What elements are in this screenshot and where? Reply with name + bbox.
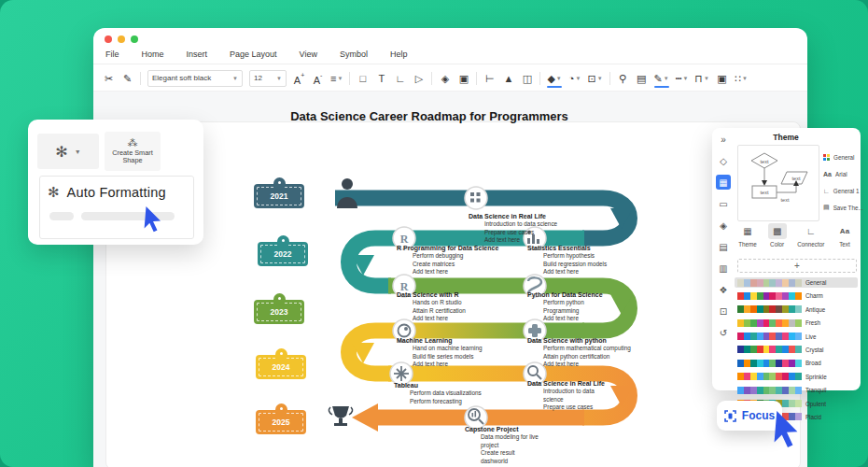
close-window-icon[interactable] [105,35,112,43]
font-size-select[interactable]: 12▼ [249,70,287,87]
menu-item-view[interactable]: View [300,50,317,59]
layers-icon[interactable]: ◈ [439,72,451,85]
tab-connector[interactable]: ∟Connector [797,223,824,248]
line-style-icon[interactable]: ┅▼ [676,72,689,85]
find-replace-icon[interactable]: ▤ [636,72,648,85]
note-icon[interactable]: ▥ [716,261,731,276]
maximize-window-icon[interactable] [131,35,138,43]
text-align-icon[interactable]: ≡▼ [330,72,343,85]
milestone-label[interactable]: Python for Data SciencePerform pythonPro… [527,290,639,323]
milestone-label[interactable]: TableauPerform data visualizationsPerfor… [394,381,506,405]
theme-preview-thumbnail[interactable]: text text text text [737,145,819,221]
minimize-window-icon[interactable] [118,35,125,43]
connector-icon[interactable]: ∟ [394,72,406,85]
palette-row-tranquil[interactable]: Tranquil [735,385,858,395]
milestone-label[interactable]: Machine LearningHand on machine learning… [397,336,509,369]
crop-icon[interactable]: ⊡▼ [587,72,602,85]
year-badge-2025[interactable]: 2025 [256,410,306,434]
color-swatch [769,333,776,340]
increase-font-icon[interactable]: A+ [293,69,305,87]
outline-icon[interactable]: ▤ [716,239,731,254]
milestone-label[interactable]: Data Science with pythonPerform mathemat… [527,336,639,369]
milestone-label[interactable]: Statistics EssentialsPerform hypothesisB… [527,244,639,276]
milestone-label[interactable]: R Programming for Data SciencePerform de… [397,244,509,276]
decrease-font-icon[interactable]: A- [312,69,324,87]
palette-row-crystal[interactable]: Crystal [735,345,858,355]
milestone-line: Add text here [413,361,509,369]
insert-frame-icon[interactable]: ▣ [457,72,469,85]
color-swatch [782,292,789,300]
chevron-down-icon: ▼ [704,72,709,85]
tab-text[interactable]: AaText [835,223,854,248]
format-painter-icon[interactable]: ✎ [121,72,133,85]
history-icon[interactable]: ↺ [716,325,731,340]
theme-info-row[interactable]: ∟General 1 [823,182,861,199]
palette-row-antique[interactable]: Antique [735,304,858,315]
menu-item-symbol[interactable]: Symbol [340,50,368,59]
milestone-label[interactable]: Data Science in Real LifeIntroduction to… [527,379,639,412]
distribute-icon[interactable]: ◫ [521,72,533,85]
color-swatch [789,346,795,353]
milestone-line: Programming [543,307,639,316]
color-tab-icon: ▩ [768,223,787,239]
palette-row-fresh[interactable]: Fresh [735,318,858,328]
color-swatch [795,305,802,313]
menu-item-insert[interactable]: Insert [187,50,208,59]
color-swatch [776,333,782,340]
tab-theme[interactable]: ▦Theme [738,223,757,248]
format-paint-icon[interactable]: ◇ [716,153,731,168]
menu-item-help[interactable]: Help [390,50,408,59]
menu-item-file[interactable]: File [105,50,119,59]
add-theme-button[interactable]: + [737,259,857,273]
palette-row-broad[interactable]: Broad [735,358,858,368]
tab-color[interactable]: ▩Color [768,223,787,248]
fill-color-icon[interactable]: ◆▼ [547,72,561,85]
year-badge-2023[interactable]: 2023 [254,300,304,324]
create-smart-shape-button[interactable]: ⁂ Create Smart Shape [105,132,161,171]
flip-icon[interactable]: ▲ [502,72,514,85]
background-icon[interactable]: ▭ [716,196,731,211]
collapse-chevrons-icon[interactable]: » [716,132,731,147]
auto-format-dropdown-button[interactable]: ✻ ▼ [37,134,99,169]
theme-info-row[interactable]: AaArial [823,165,861,182]
auto-formatting-menu-item[interactable]: ✻ Auto Formatting [39,176,194,239]
search-icon[interactable]: ⚲ [617,72,629,85]
palette-row-charm[interactable]: Charm [735,290,858,301]
line-color-icon[interactable]: ✎▼ [654,72,669,85]
palette-row-general[interactable]: General [735,277,858,288]
color-swatch [744,319,750,327]
font-family-select[interactable]: Elegant soft black▼ [147,70,243,87]
lock-icon[interactable]: ⊓▼ [694,72,709,85]
theme-info-row[interactable]: General [823,149,861,165]
milestone-label[interactable]: Data Science in Real LifeIntroduction to… [469,212,581,245]
theme-info-row[interactable]: ▤Save The... [823,199,861,216]
menu-item-home[interactable]: Home [142,50,164,59]
connection-points-icon[interactable]: ∷▼ [735,72,748,85]
year-badge-2021[interactable]: 2021 [254,184,304,208]
align-objects-icon[interactable]: ⊢ [483,72,496,85]
shape-rect-icon[interactable]: □ [357,72,369,85]
cut-icon[interactable]: ✂ [103,72,115,85]
palette-name: Opulent [805,401,826,407]
year-badge-2024[interactable]: 2024 [256,355,306,379]
expand-icon[interactable]: ❖ [716,282,731,297]
milestone-label[interactable]: Data Science with RHands on R studioAtta… [397,290,509,323]
color-swatch [737,292,744,300]
year-badge-2022[interactable]: 2022 [258,242,308,266]
window-titlebar [93,28,807,43]
text-tool-icon[interactable]: T [375,72,387,85]
palette-row-sprinkle[interactable]: Sprinkle [735,372,858,382]
menu-item-page-layout[interactable]: Page Layout [230,50,277,59]
milestone-line: Hands on R studio [413,299,509,307]
color-swatch [776,387,782,394]
palette-row-live[interactable]: Live [735,332,858,342]
layers-panel-icon[interactable]: ◈ [716,218,731,233]
theme-grid-icon[interactable]: ▦ [716,175,731,190]
focus-frame-icon[interactable]: ▣ [716,72,728,85]
pointer-icon[interactable]: ▷ [413,72,425,85]
shape-style-icon[interactable]: ◔▼ [568,72,581,85]
presentation-icon[interactable]: ⊡ [716,304,731,318]
color-swatch [763,346,770,353]
milestone-label[interactable]: Capstone ProjectData modeling for livepr… [465,425,577,466]
milestone-line: Introduction to data science [484,220,581,229]
